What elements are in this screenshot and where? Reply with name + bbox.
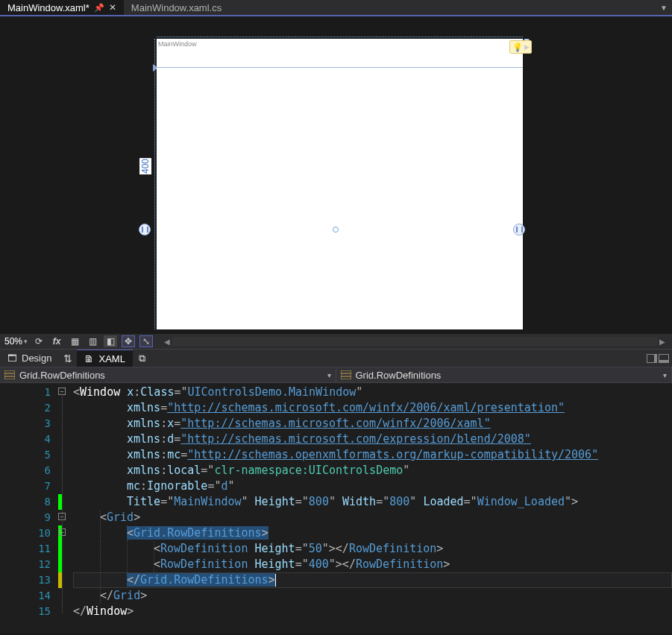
tab-inactive-label: MainWindow.xaml.cs <box>131 2 222 13</box>
code-line[interactable]: xmlns:local="clr-namespace:UIControlsDem… <box>73 463 672 478</box>
popout-icon[interactable]: ⧉ <box>133 350 151 367</box>
code-token: > <box>134 511 140 524</box>
code-token: "http://schemas.openxmlformats.org/marku… <box>187 448 598 461</box>
code-token: " <box>329 495 342 508</box>
select-tool-icon[interactable]: ⤡ <box>139 335 153 347</box>
code-token: RowDefinition <box>356 557 443 571</box>
scroll-track[interactable] <box>172 337 657 346</box>
code-token: xmlns <box>127 464 160 477</box>
scroll-right-icon[interactable]: ▶ <box>657 338 668 346</box>
code-token: 800 <box>309 495 329 508</box>
tab-active-label: MainWindow.xaml* <box>7 2 90 13</box>
tool-toggle-1[interactable]: ◧ <box>104 335 117 347</box>
tab-design[interactable]: 🗔 Design <box>0 350 59 367</box>
pin-icon[interactable]: 📌 <box>94 3 104 13</box>
code-token: : <box>134 385 140 399</box>
snap-lines-icon[interactable]: ▥ <box>86 335 99 347</box>
code-token: RowDefinition <box>160 542 248 555</box>
code-token: : <box>160 417 167 430</box>
line-number: 4 <box>0 432 58 447</box>
code-token: > <box>127 604 134 618</box>
tab-overflow[interactable]: ▼ <box>656 0 672 15</box>
code-token: : <box>160 448 167 461</box>
horizontal-scrollbar[interactable]: ◀ ▶ <box>162 336 668 347</box>
scroll-left-icon[interactable]: ◀ <box>162 338 172 346</box>
code-token: > <box>140 589 147 602</box>
grid-definitions-icon <box>4 370 15 379</box>
line-number: 15 <box>0 604 58 619</box>
code-token: < <box>73 385 80 399</box>
code-token: =" <box>295 542 309 555</box>
code-token: clr-namespace:UIControlsDemo <box>214 464 403 477</box>
code-token <box>120 385 127 399</box>
designer-toolbar: 50% ▾ ⟳ fx ▦ ▥ ◧ ✥ ⤡ ◀ ▶ <box>0 334 672 349</box>
split-vertical-icon[interactable] <box>647 354 657 363</box>
code-line[interactable]: </Window> <box>73 604 672 619</box>
line-number: 3 <box>0 416 58 432</box>
tab-design-label: Design <box>22 353 51 364</box>
code-line[interactable]: xmlns:mc="http://schemas.openxmlformats.… <box>73 447 672 463</box>
context-member-dropdown[interactable]: Grid.RowDefinitions ▾ <box>336 367 673 382</box>
grid-row-separator[interactable] <box>157 67 523 68</box>
code-token: mc <box>167 448 180 461</box>
tab-active[interactable]: MainWindow.xaml* 📌 ✕ <box>0 0 124 15</box>
svg-rect-0 <box>4 370 15 379</box>
svg-rect-3 <box>341 370 351 379</box>
outline-column[interactable]: −−− <box>58 383 73 634</box>
code-line[interactable]: mc:Ignorable="d" <box>73 478 672 494</box>
code-line[interactable]: <Grid> <box>73 510 672 525</box>
code-token: mc <box>127 479 140 493</box>
code-token: MainWindow <box>174 495 241 508</box>
code-line[interactable]: xmlns="http://schemas.microsoft.com/winf… <box>73 400 672 416</box>
row-height-label[interactable]: 400 <box>139 158 151 174</box>
resize-handle-left[interactable] <box>139 224 151 236</box>
code-token: local <box>167 464 201 477</box>
code-line[interactable]: <Grid.RowDefinitions> <box>73 525 672 541</box>
code-token: " <box>403 464 409 477</box>
design-window[interactable]: MainWindow <box>157 39 523 329</box>
pan-tool-icon[interactable]: ✥ <box>122 335 135 347</box>
code-line[interactable]: </Grid> <box>73 588 672 604</box>
code-area[interactable]: <Window x:Class="UIControlsDemo.MainWind… <box>73 383 672 634</box>
xaml-designer-surface[interactable]: MainWindow 400 💡 ▶ <box>0 16 672 334</box>
document-tabstrip: MainWindow.xaml* 📌 ✕ MainWindow.xaml.cs … <box>0 0 672 16</box>
swap-panes-icon[interactable]: ⇅ <box>59 350 77 367</box>
xaml-code-editor[interactable]: 123456789101112131415 −−− <Window x:Clas… <box>0 383 672 634</box>
line-number: 12 <box>0 557 58 572</box>
resize-handle-right[interactable] <box>513 224 525 236</box>
tab-inactive[interactable]: MainWindow.xaml.cs <box>124 0 229 15</box>
code-token: Ignorable <box>147 479 207 493</box>
code-token: Grid.RowDefinitions <box>134 526 262 540</box>
effects-toggle-icon[interactable]: fx <box>50 335 63 347</box>
grid-snap-icon[interactable]: ▦ <box>68 335 81 347</box>
code-token: : <box>140 479 147 493</box>
lightbulb-quick-actions[interactable]: 💡 ▶ <box>509 40 532 54</box>
code-line[interactable]: <RowDefinition Height="50"></RowDefiniti… <box>73 541 672 557</box>
line-number: 13 <box>0 572 58 588</box>
xaml-pane-icon: 🗎 <box>84 353 94 364</box>
code-line[interactable]: xmlns:d="http://schemas.microsoft.com/ex… <box>73 432 672 447</box>
lightbulb-icon: 💡 <box>512 42 523 52</box>
code-line[interactable]: <Window x:Class="UIControlsDemo.MainWind… <box>73 385 672 400</box>
tab-xaml[interactable]: 🗎 XAML <box>77 350 132 367</box>
code-token: < <box>154 542 160 555</box>
code-token: " <box>356 385 362 399</box>
code-line[interactable]: xmlns:x="http://schemas.microsoft.com/wi… <box>73 416 672 432</box>
code-token: </ <box>73 604 87 618</box>
code-line[interactable]: Title="MainWindow" Height="800" Width="8… <box>73 494 672 510</box>
zoom-dropdown[interactable]: 50% ▾ <box>4 336 28 347</box>
code-token: x <box>127 385 134 399</box>
zoom-value: 50% <box>4 336 22 347</box>
code-token: < <box>100 511 107 524</box>
code-token: " <box>322 542 329 555</box>
code-line[interactable]: </Grid.RowDefinitions> <box>73 572 672 588</box>
refresh-icon[interactable]: ⟳ <box>32 335 45 347</box>
code-token: < <box>154 557 160 571</box>
close-icon[interactable]: ✕ <box>109 2 116 13</box>
context-scope-dropdown[interactable]: Grid.RowDefinitions ▾ <box>0 367 336 382</box>
code-line[interactable]: <RowDefinition Height="400"></RowDefinit… <box>73 557 672 572</box>
line-number: 14 <box>0 588 58 604</box>
split-horizontal-icon[interactable] <box>659 354 669 363</box>
code-token: =" <box>207 479 221 493</box>
design-pane-icon: 🗔 <box>7 353 17 364</box>
